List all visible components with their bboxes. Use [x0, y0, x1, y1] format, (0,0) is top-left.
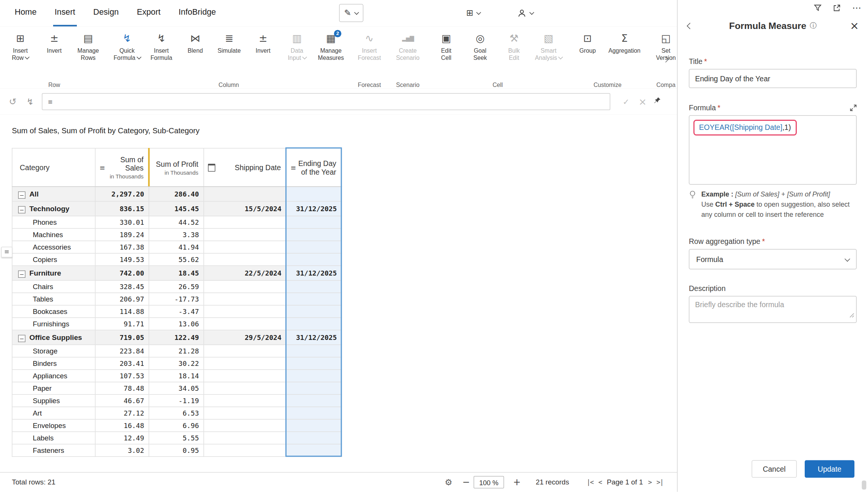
cell-category[interactable]: Machines	[12, 228, 95, 241]
tab-export[interactable]: Export	[135, 0, 162, 27]
cell-ending[interactable]	[286, 345, 342, 357]
cell-ending[interactable]	[286, 293, 342, 305]
cell-sales[interactable]: 149.53	[95, 253, 149, 266]
ribbon-button-invert-row[interactable]: ±Invert	[37, 30, 71, 54]
cell-ending[interactable]	[286, 318, 342, 330]
cell-ending[interactable]	[286, 432, 342, 444]
cell-sales[interactable]: 78.48	[95, 382, 149, 395]
column-header-ending[interactable]: ≡Ending Day of the Year	[286, 148, 342, 187]
cell-category[interactable]: Fasteners	[12, 444, 95, 457]
cell-profit[interactable]: 0.95	[149, 444, 204, 457]
cell-profit[interactable]: 3.38	[149, 228, 204, 241]
ribbon-button-group[interactable]: ⊡Group	[571, 30, 605, 54]
cell-ending[interactable]	[286, 187, 342, 201]
cell-shipping[interactable]	[204, 241, 286, 253]
ribbon-expand-button[interactable]	[663, 54, 668, 64]
cell-category[interactable]: Paper	[12, 382, 95, 395]
cell-category[interactable]: −All	[12, 187, 95, 201]
cell-profit[interactable]: 21.28	[149, 345, 204, 357]
cell-category[interactable]: Appliances	[12, 370, 95, 382]
cell-shipping[interactable]	[204, 228, 286, 241]
cell-shipping[interactable]: 22/5/2024	[204, 266, 286, 280]
cancel-edit-icon[interactable]: ×	[639, 96, 646, 107]
prev-page-button[interactable]: <	[598, 478, 602, 486]
back-button[interactable]	[688, 20, 692, 30]
ribbon-button-insert-row[interactable]: ⊞InsertRow	[3, 30, 37, 61]
description-textarea[interactable]	[689, 296, 857, 323]
cell-shipping[interactable]	[204, 395, 286, 407]
cell-shipping[interactable]	[204, 305, 286, 318]
cell-sales[interactable]: 719.05	[95, 330, 149, 345]
cell-shipping[interactable]	[204, 382, 286, 395]
cell-shipping[interactable]	[204, 407, 286, 419]
cell-shipping[interactable]	[204, 318, 286, 330]
cell-sales[interactable]: 223.84	[95, 345, 149, 357]
zoom-out-button[interactable]: −	[462, 477, 470, 488]
cell-shipping[interactable]	[204, 419, 286, 432]
cell-ending[interactable]	[286, 382, 342, 395]
cell-profit[interactable]: 6.96	[149, 419, 204, 432]
ribbon-button-insert-formula[interactable]: ↯InsertFormula	[144, 30, 178, 61]
cell-ending[interactable]	[286, 395, 342, 407]
update-button[interactable]: Update	[805, 460, 854, 478]
cell-profit[interactable]: 18.45	[149, 266, 204, 280]
cell-sales[interactable]: 27.12	[95, 407, 149, 419]
ribbon-button-manage-measures[interactable]: ▦2ManageMeasures	[314, 30, 348, 61]
cell-ending[interactable]	[286, 407, 342, 419]
cell-profit[interactable]: 26.59	[149, 280, 204, 293]
more-options-icon[interactable]: ⋯	[852, 5, 861, 11]
formula-editor[interactable]: EOYEAR([Shipping Date],1)	[689, 115, 857, 185]
cell-profit[interactable]: 30.22	[149, 357, 204, 370]
cell-profit[interactable]: 55.62	[149, 253, 204, 266]
cell-shipping[interactable]	[204, 432, 286, 444]
cell-sales[interactable]: 328.45	[95, 280, 149, 293]
flash-icon[interactable]: ↯	[27, 97, 34, 107]
ribbon-button-goal-seek[interactable]: ◎GoalSeek	[463, 30, 497, 61]
cell-category[interactable]: Tables	[12, 293, 95, 305]
cell-ending[interactable]	[286, 253, 342, 266]
pin-icon[interactable]	[653, 97, 661, 107]
scrollbar-thumb[interactable]	[862, 481, 866, 490]
cell-category[interactable]: Bookcases	[12, 305, 95, 318]
cell-category[interactable]: Envelopes	[12, 419, 95, 432]
next-page-button[interactable]: >	[648, 478, 651, 486]
cell-sales[interactable]: 189.24	[95, 228, 149, 241]
expand-formula-icon[interactable]	[850, 104, 857, 111]
cell-ending[interactable]	[286, 370, 342, 382]
cell-sales[interactable]: 742.00	[95, 266, 149, 280]
cell-sales[interactable]: 16.48	[95, 419, 149, 432]
cell-profit[interactable]: 41.94	[149, 241, 204, 253]
ribbon-button-edit-cell[interactable]: ▣EditCell	[429, 30, 463, 61]
cell-ending[interactable]	[286, 228, 342, 241]
row-aggregation-select[interactable]: Formula	[689, 249, 857, 270]
cell-profit[interactable]: 145.45	[149, 201, 204, 216]
cell-category[interactable]: Supplies	[12, 395, 95, 407]
cell-category[interactable]: Phones	[12, 216, 95, 228]
cell-profit[interactable]: 18.14	[149, 370, 204, 382]
column-header-profit[interactable]: Sum of Profitin Thousands	[149, 148, 204, 187]
formula-input[interactable]	[42, 93, 610, 110]
cell-shipping[interactable]	[204, 253, 286, 266]
cell-category[interactable]: −Furniture	[12, 266, 95, 280]
cell-ending[interactable]	[286, 280, 342, 293]
cell-category[interactable]: Labels	[12, 432, 95, 444]
cell-shipping[interactable]	[204, 187, 286, 201]
cell-profit[interactable]: 286.40	[149, 187, 204, 201]
cell-profit[interactable]: 5.55	[149, 432, 204, 444]
cell-sales[interactable]: 3.02	[95, 444, 149, 457]
cell-sales[interactable]: 836.15	[95, 201, 149, 216]
cell-shipping[interactable]	[204, 280, 286, 293]
cell-ending[interactable]	[286, 419, 342, 432]
cell-ending[interactable]	[286, 305, 342, 318]
cell-shipping[interactable]	[204, 293, 286, 305]
collapse-toggle-icon[interactable]: −	[18, 335, 26, 342]
tab-insert[interactable]: Insert	[53, 0, 77, 27]
cell-profit[interactable]: 122.49	[149, 330, 204, 345]
ribbon-button-set-version[interactable]: ◱SetVersion	[649, 30, 677, 61]
first-page-button[interactable]: |<	[587, 478, 593, 486]
cell-profit[interactable]: 34.05	[149, 382, 204, 395]
cell-shipping[interactable]	[204, 345, 286, 357]
ribbon-button-quick-formula[interactable]: ↯QuickFormula	[110, 30, 144, 61]
cell-sales[interactable]: 46.67	[95, 395, 149, 407]
collapse-toggle-icon[interactable]: −	[18, 191, 26, 199]
